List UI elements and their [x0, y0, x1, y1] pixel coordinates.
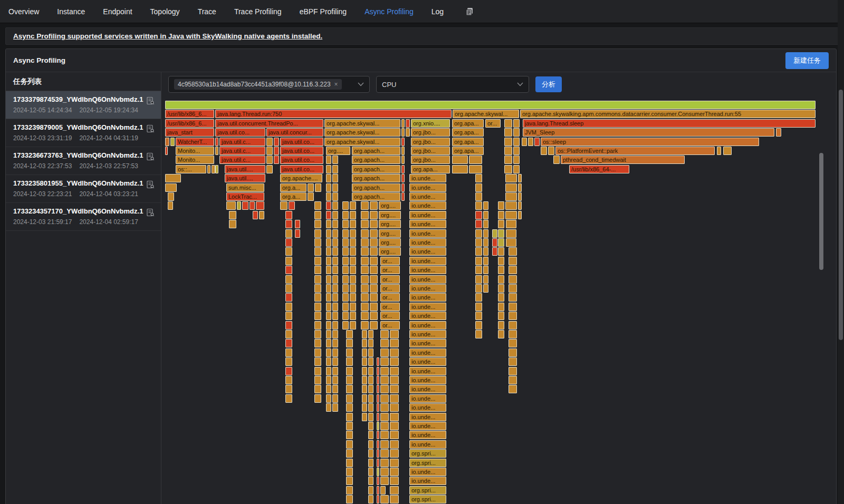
- flame-cell[interactable]: [377, 394, 379, 403]
- flame-cell[interactable]: java.util.concur...: [266, 128, 323, 137]
- flame-cell[interactable]: [266, 138, 273, 146]
- flame-cell[interactable]: [377, 367, 379, 375]
- flame-cell[interactable]: [492, 247, 497, 256]
- flame-cell[interactable]: org.apach...: [352, 183, 400, 192]
- flame-cell[interactable]: [492, 229, 497, 238]
- flame-cell[interactable]: org....: [326, 147, 350, 155]
- flame-cell[interactable]: java.util.c...: [219, 156, 265, 164]
- flame-cell[interactable]: [250, 201, 255, 210]
- flame-cell[interactable]: [308, 192, 314, 201]
- nav-item-instance[interactable]: Instance: [57, 7, 85, 16]
- flame-cell[interactable]: [377, 385, 379, 393]
- flame-cell[interactable]: [165, 147, 168, 155]
- flame-cell[interactable]: [314, 348, 321, 357]
- flame-cell[interactable]: [326, 330, 331, 338]
- flame-cell[interactable]: io.unde...: [409, 440, 446, 449]
- flame-cell[interactable]: [314, 238, 321, 247]
- flame-cell[interactable]: [498, 284, 504, 293]
- flame-cell[interactable]: [332, 211, 338, 219]
- flame-cell[interactable]: [314, 247, 321, 256]
- flame-cell[interactable]: io.unde...: [409, 201, 446, 210]
- flame-cell[interactable]: [326, 183, 331, 192]
- flame-cell[interactable]: [380, 367, 389, 375]
- flame-cell[interactable]: [380, 357, 389, 366]
- flame-cell[interactable]: java_start: [165, 128, 214, 137]
- nav-item-async-profiling[interactable]: Async Profiling: [365, 7, 414, 16]
- flame-cell[interactable]: [332, 303, 338, 311]
- task-detail-icon[interactable]: [146, 152, 155, 161]
- flame-cell[interactable]: [314, 303, 321, 311]
- flame-cell[interactable]: org.apache.skywalking.apm.commons.dataca…: [520, 110, 816, 118]
- flame-cell[interactable]: [498, 257, 504, 265]
- flame-cell[interactable]: [285, 220, 292, 228]
- nav-item-overview[interactable]: Overview: [8, 7, 39, 16]
- flame-cell[interactable]: org.apa...: [411, 165, 450, 173]
- flame-cell[interactable]: [377, 413, 379, 421]
- flame-cell[interactable]: [346, 468, 353, 476]
- flame-cell[interactable]: [346, 449, 353, 458]
- flame-cell[interactable]: [390, 440, 399, 449]
- flame-cell[interactable]: io.unde...: [409, 468, 446, 476]
- flame-cell[interactable]: [332, 174, 338, 182]
- flame-cell[interactable]: Monito...: [176, 156, 214, 164]
- flame-cell[interactable]: [314, 330, 321, 338]
- flame-cell[interactable]: [380, 486, 386, 495]
- flame-cell[interactable]: [342, 284, 349, 293]
- flame-cell[interactable]: [342, 275, 349, 284]
- flame-cell[interactable]: [370, 201, 378, 210]
- flame-cell[interactable]: java.util.co...: [215, 128, 265, 137]
- flame-cell[interactable]: java.util.co...: [280, 147, 323, 155]
- flame-cell[interactable]: [504, 128, 512, 137]
- flame-cell[interactable]: [346, 339, 353, 347]
- flame-cell[interactable]: [314, 284, 321, 293]
- flame-cell[interactable]: [326, 376, 331, 384]
- flame-cell[interactable]: [377, 376, 379, 384]
- flame-cell[interactable]: [475, 247, 482, 256]
- flame-cell[interactable]: or...: [380, 312, 400, 320]
- flame-cell[interactable]: org.apache.skywal...: [324, 119, 400, 128]
- flame-cell[interactable]: [285, 357, 292, 366]
- task-detail-icon[interactable]: [146, 180, 155, 189]
- flame-cell[interactable]: [165, 183, 177, 192]
- flame-cell[interactable]: [326, 192, 331, 201]
- flame-cell[interactable]: [505, 201, 517, 210]
- supported-services-link[interactable]: Async Profiling supported services writt…: [13, 32, 322, 40]
- flame-cell[interactable]: [332, 156, 338, 164]
- flame-cell[interactable]: or...: [380, 303, 400, 311]
- flame-cell[interactable]: [362, 376, 367, 384]
- flame-cell[interactable]: io.unde...: [409, 413, 446, 421]
- flame-cell[interactable]: [475, 284, 482, 293]
- flame-cell[interactable]: [368, 431, 373, 439]
- flame-cell[interactable]: [469, 156, 482, 164]
- flame-cell[interactable]: [509, 330, 517, 338]
- flame-cell[interactable]: [342, 266, 349, 274]
- flame-cell[interactable]: [368, 330, 373, 338]
- flame-cell[interactable]: [483, 284, 488, 293]
- flame-cell[interactable]: [534, 138, 540, 146]
- flame-cell[interactable]: org.jbo...: [411, 128, 450, 137]
- flame-cell[interactable]: or...: [380, 257, 400, 265]
- flame-cell[interactable]: [452, 156, 468, 164]
- flame-cell[interactable]: [346, 486, 353, 495]
- flame-cell[interactable]: io.unde...: [409, 367, 446, 375]
- flame-cell[interactable]: [242, 201, 248, 210]
- flame-cell[interactable]: [314, 211, 321, 219]
- nav-item-log[interactable]: Log: [431, 7, 444, 16]
- flame-cell[interactable]: [350, 303, 356, 311]
- flame-cell[interactable]: [285, 211, 292, 219]
- flame-cell[interactable]: org.apach...: [352, 174, 400, 182]
- flame-cell[interactable]: [390, 486, 399, 495]
- flame-cell[interactable]: [326, 229, 331, 238]
- flame-cell[interactable]: [401, 128, 405, 137]
- flame-cell[interactable]: io.unde...: [409, 422, 446, 430]
- flame-cell[interactable]: [380, 348, 389, 357]
- flame-cell[interactable]: [350, 293, 356, 302]
- task-list-item[interactable]: 1733236673763_YWdlbnQ6OnNvbmdz.12024-12-…: [6, 147, 161, 175]
- flame-cell[interactable]: [390, 339, 399, 347]
- flame-cell[interactable]: [377, 495, 379, 503]
- flame-cell[interactable]: [342, 321, 349, 329]
- flame-cell[interactable]: [346, 440, 353, 449]
- flame-cell[interactable]: io.unde...: [409, 238, 446, 247]
- flame-cell[interactable]: org.jbo...: [411, 156, 450, 164]
- flame-cell[interactable]: [253, 211, 258, 219]
